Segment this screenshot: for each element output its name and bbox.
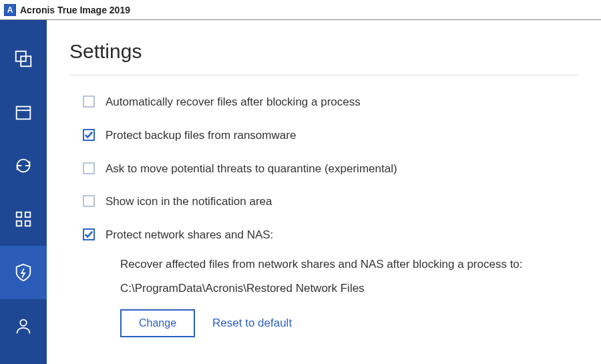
check-icon — [84, 130, 93, 140]
main-content: Settings Automatically recover files aft… — [47, 20, 601, 364]
grid-icon — [13, 209, 33, 229]
check-icon — [84, 230, 93, 239]
shield-bolt-icon — [13, 262, 33, 283]
divider — [69, 75, 578, 75]
label-quarantine: Ask to move potential threats to quarant… — [106, 161, 397, 177]
copy-icon — [13, 49, 33, 69]
nas-description: Recover affected files from network shar… — [120, 252, 578, 277]
page-title: Settings — [69, 40, 578, 63]
app-title: Acronis True Image 2019 — [20, 5, 130, 15]
account-icon — [13, 316, 33, 336]
nas-path: C:\ProgramData\Acronis\Restored Network … — [120, 277, 578, 301]
sidebar-item-sync[interactable] — [0, 139, 47, 192]
option-auto-recover: Automatically recover files after blocki… — [69, 94, 578, 110]
app-body: Settings Automatically recover files aft… — [0, 20, 601, 364]
svg-rect-2 — [17, 107, 31, 120]
sidebar — [0, 20, 47, 364]
sync-icon — [13, 156, 33, 176]
nas-subblock: Recover affected files from network shar… — [69, 252, 578, 337]
checkbox-tray-icon[interactable] — [83, 195, 95, 207]
change-button[interactable]: Change — [120, 309, 195, 337]
nas-actions: Change Reset to default — [120, 309, 578, 337]
sidebar-item-active-protection[interactable] — [0, 246, 47, 299]
archive-icon — [13, 102, 33, 122]
option-protect-backup: Protect backup files from ransomware — [69, 128, 578, 144]
sidebar-item-account[interactable] — [0, 299, 47, 353]
app-logo-icon: A — [4, 4, 16, 16]
sidebar-item-backup[interactable] — [0, 32, 47, 85]
checkbox-protect-nas[interactable] — [83, 228, 95, 240]
svg-rect-5 — [25, 212, 31, 218]
option-protect-nas: Protect network shares and NAS: — [69, 227, 578, 243]
svg-rect-6 — [17, 221, 22, 226]
svg-point-8 — [20, 320, 26, 326]
reset-default-link[interactable]: Reset to default — [212, 317, 292, 330]
checkbox-auto-recover[interactable] — [83, 96, 95, 108]
option-quarantine: Ask to move potential threats to quarant… — [69, 161, 578, 177]
sidebar-item-tools[interactable] — [0, 192, 47, 246]
svg-rect-4 — [17, 212, 22, 218]
checkbox-quarantine[interactable] — [83, 162, 95, 174]
checkbox-protect-backup[interactable] — [83, 129, 95, 141]
label-protect-nas: Protect network shares and NAS: — [106, 227, 273, 243]
sidebar-item-archive[interactable] — [0, 85, 47, 139]
svg-rect-7 — [25, 221, 31, 226]
option-tray-icon: Show icon in the notification area — [69, 194, 578, 210]
label-protect-backup: Protect backup files from ransomware — [106, 128, 296, 144]
titlebar: A Acronis True Image 2019 — [0, 0, 601, 20]
label-tray-icon: Show icon in the notification area — [106, 194, 272, 210]
label-auto-recover: Automatically recover files after blocki… — [106, 94, 361, 110]
